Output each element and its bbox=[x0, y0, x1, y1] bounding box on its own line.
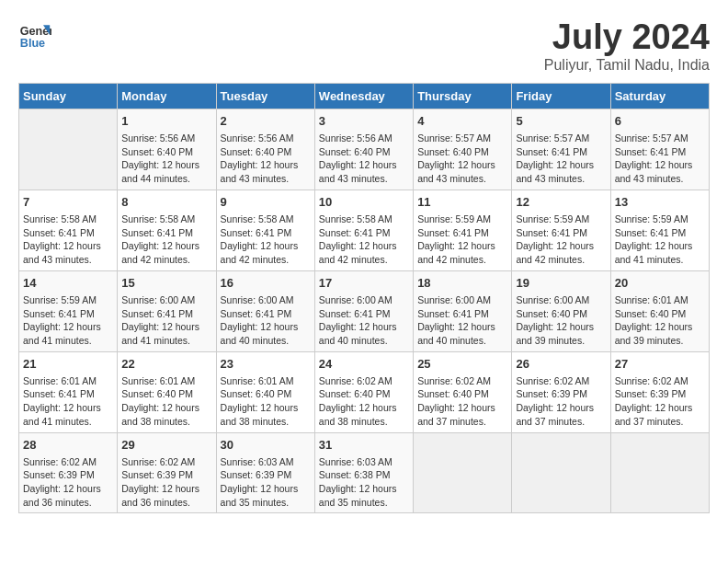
calendar-cell: 1Sunrise: 5:56 AMSunset: 6:40 PMDaylight… bbox=[118, 109, 216, 190]
day-info-line: Sunrise: 5:58 AM bbox=[319, 213, 409, 226]
day-info-line: and 37 minutes. bbox=[417, 415, 507, 429]
day-info-line: Sunset: 6:38 PM bbox=[319, 468, 409, 482]
calendar-row-4: 21Sunrise: 6:01 AMSunset: 6:41 PMDayligh… bbox=[19, 351, 710, 432]
day-info-line: Daylight: 12 hours bbox=[319, 158, 409, 172]
calendar-cell: 28Sunrise: 6:02 AMSunset: 6:39 PMDayligh… bbox=[19, 432, 118, 513]
day-info-line: Sunset: 6:40 PM bbox=[615, 307, 705, 321]
day-info-line: Sunset: 6:41 PM bbox=[516, 145, 606, 159]
day-info-line: and 41 minutes. bbox=[23, 334, 113, 348]
calendar-row-5: 28Sunrise: 6:02 AMSunset: 6:39 PMDayligh… bbox=[19, 432, 710, 513]
svg-text:Blue: Blue bbox=[20, 37, 45, 50]
day-info-line: Sunrise: 6:00 AM bbox=[417, 293, 507, 307]
day-info-line: Sunrise: 5:56 AM bbox=[221, 132, 311, 145]
calendar-cell: 3Sunrise: 5:56 AMSunset: 6:40 PMDaylight… bbox=[314, 109, 413, 190]
day-info-line: Sunset: 6:40 PM bbox=[121, 145, 211, 159]
day-info-line: Sunrise: 5:57 AM bbox=[417, 132, 507, 145]
day-number: 25 bbox=[417, 356, 507, 373]
day-number: 21 bbox=[23, 356, 113, 373]
day-info-line: Daylight: 12 hours bbox=[221, 158, 311, 172]
day-info-line: Sunset: 6:41 PM bbox=[319, 307, 409, 321]
day-info-line: Daylight: 12 hours bbox=[615, 320, 705, 334]
title-area: July 2024 Puliyur, Tamil Nadu, India bbox=[544, 18, 710, 74]
day-info-line: and 38 minutes. bbox=[319, 415, 409, 429]
calendar-table: SundayMondayTuesdayWednesdayThursdayFrid… bbox=[18, 83, 710, 514]
day-number: 31 bbox=[319, 437, 409, 454]
day-info-line: Sunset: 6:40 PM bbox=[221, 387, 311, 401]
day-info-line: and 39 minutes. bbox=[615, 334, 705, 348]
calendar-cell: 5Sunrise: 5:57 AMSunset: 6:41 PMDaylight… bbox=[512, 109, 610, 190]
day-info-line: and 37 minutes. bbox=[516, 415, 606, 429]
day-number: 20 bbox=[615, 275, 705, 292]
day-info-line: Sunrise: 6:01 AM bbox=[23, 374, 113, 388]
calendar-cell: 11Sunrise: 5:59 AMSunset: 6:41 PMDayligh… bbox=[414, 190, 512, 270]
day-info-line: and 44 minutes. bbox=[121, 172, 211, 186]
calendar-cell: 31Sunrise: 6:03 AMSunset: 6:38 PMDayligh… bbox=[314, 432, 413, 513]
day-info-line: Sunset: 6:40 PM bbox=[121, 387, 211, 401]
day-info-line: Daylight: 12 hours bbox=[23, 320, 113, 334]
day-info-line: Sunset: 6:40 PM bbox=[319, 387, 409, 401]
calendar-cell: 29Sunrise: 6:02 AMSunset: 6:39 PMDayligh… bbox=[118, 432, 216, 513]
day-number: 16 bbox=[221, 275, 311, 292]
day-info-line: Sunrise: 6:00 AM bbox=[121, 293, 211, 307]
day-info-line: Daylight: 12 hours bbox=[121, 320, 211, 334]
logo-icon: General Blue bbox=[18, 18, 51, 52]
day-info-line: and 37 minutes. bbox=[615, 415, 705, 429]
day-info-line: and 43 minutes. bbox=[615, 172, 705, 186]
day-info-line: Sunset: 6:40 PM bbox=[417, 387, 507, 401]
day-info-line: Sunrise: 6:02 AM bbox=[615, 374, 705, 388]
day-number: 27 bbox=[615, 356, 705, 373]
col-header-sunday: Sunday bbox=[19, 83, 118, 109]
calendar-cell bbox=[414, 432, 512, 513]
day-number: 1 bbox=[121, 113, 211, 130]
day-info-line: Daylight: 12 hours bbox=[615, 158, 705, 172]
day-number: 4 bbox=[417, 113, 507, 130]
day-info-line: and 42 minutes. bbox=[221, 253, 311, 267]
calendar-cell: 2Sunrise: 5:56 AMSunset: 6:40 PMDaylight… bbox=[216, 109, 314, 190]
day-number: 18 bbox=[417, 275, 507, 292]
calendar-cell: 17Sunrise: 6:00 AMSunset: 6:41 PMDayligh… bbox=[314, 270, 413, 351]
day-info-line: and 42 minutes. bbox=[121, 253, 211, 267]
calendar-cell: 14Sunrise: 5:59 AMSunset: 6:41 PMDayligh… bbox=[19, 270, 118, 351]
calendar-cell: 15Sunrise: 6:00 AMSunset: 6:41 PMDayligh… bbox=[118, 270, 216, 351]
day-info-line: Daylight: 12 hours bbox=[615, 401, 705, 415]
day-info-line: Daylight: 12 hours bbox=[319, 320, 409, 334]
day-info-line: Daylight: 12 hours bbox=[221, 320, 311, 334]
day-info-line: Sunset: 6:41 PM bbox=[23, 307, 113, 321]
day-info-line: Daylight: 12 hours bbox=[121, 482, 211, 496]
calendar-cell: 24Sunrise: 6:02 AMSunset: 6:40 PMDayligh… bbox=[314, 351, 413, 432]
calendar-cell: 26Sunrise: 6:02 AMSunset: 6:39 PMDayligh… bbox=[512, 351, 610, 432]
day-number: 11 bbox=[417, 194, 507, 211]
day-info-line: Sunset: 6:40 PM bbox=[516, 307, 606, 321]
day-info-line: Sunset: 6:41 PM bbox=[319, 226, 409, 240]
calendar-cell: 30Sunrise: 6:03 AMSunset: 6:39 PMDayligh… bbox=[216, 432, 314, 513]
calendar-row-2: 7Sunrise: 5:58 AMSunset: 6:41 PMDaylight… bbox=[19, 190, 710, 270]
day-info-line: Sunset: 6:41 PM bbox=[121, 226, 211, 240]
day-info-line: Sunrise: 5:59 AM bbox=[615, 213, 705, 226]
location-subtitle: Puliyur, Tamil Nadu, India bbox=[544, 57, 710, 74]
day-info-line: Sunset: 6:41 PM bbox=[417, 226, 507, 240]
day-info-line: Daylight: 12 hours bbox=[417, 158, 507, 172]
day-info-line: Sunrise: 6:01 AM bbox=[221, 374, 311, 388]
calendar-cell: 25Sunrise: 6:02 AMSunset: 6:40 PMDayligh… bbox=[414, 351, 512, 432]
col-header-thursday: Thursday bbox=[414, 83, 512, 109]
day-info-line: Sunrise: 5:56 AM bbox=[121, 132, 211, 145]
logo: General Blue bbox=[18, 18, 51, 52]
day-info-line: Sunset: 6:41 PM bbox=[615, 226, 705, 240]
day-number: 24 bbox=[319, 356, 409, 373]
day-info-line: Daylight: 12 hours bbox=[516, 158, 606, 172]
calendar-cell: 6Sunrise: 5:57 AMSunset: 6:41 PMDaylight… bbox=[610, 109, 709, 190]
day-info-line: Sunset: 6:41 PM bbox=[221, 226, 311, 240]
day-info-line: Sunrise: 5:57 AM bbox=[615, 132, 705, 145]
day-info-line: Sunrise: 6:00 AM bbox=[319, 293, 409, 307]
day-number: 9 bbox=[221, 194, 311, 211]
calendar-cell: 20Sunrise: 6:01 AMSunset: 6:40 PMDayligh… bbox=[610, 270, 709, 351]
day-info-line: Sunrise: 6:01 AM bbox=[121, 374, 211, 388]
day-number: 17 bbox=[319, 275, 409, 292]
calendar-cell: 23Sunrise: 6:01 AMSunset: 6:40 PMDayligh… bbox=[216, 351, 314, 432]
day-info-line: Sunrise: 5:59 AM bbox=[23, 293, 113, 307]
day-info-line: Sunrise: 6:02 AM bbox=[121, 455, 211, 469]
day-info-line: and 40 minutes. bbox=[221, 334, 311, 348]
calendar-cell: 9Sunrise: 5:58 AMSunset: 6:41 PMDaylight… bbox=[216, 190, 314, 270]
day-number: 13 bbox=[615, 194, 705, 211]
day-info-line: Sunrise: 5:58 AM bbox=[121, 213, 211, 226]
